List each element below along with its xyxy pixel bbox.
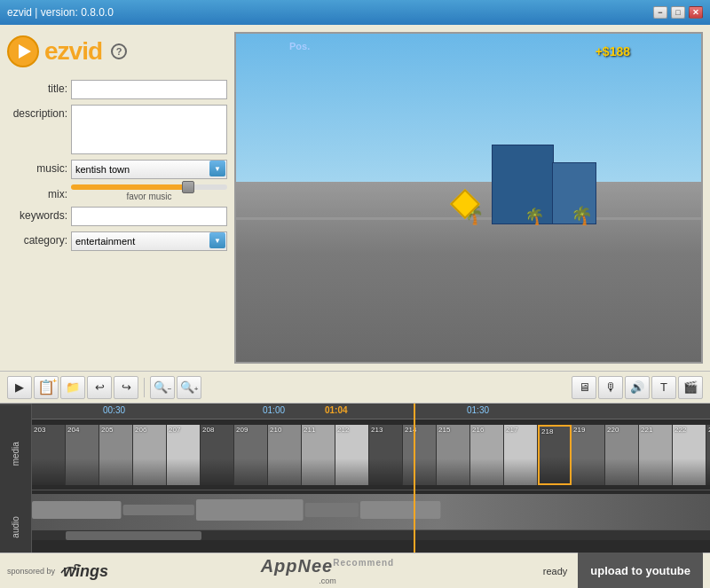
timeline-thumbnail-213[interactable]: 213 (369, 425, 403, 485)
monitor-button[interactable]: 🖥 (572, 376, 596, 399)
music-select[interactable]: kentish town (71, 160, 227, 179)
timeline-thumbnail-220[interactable]: 220 (605, 425, 639, 485)
media-track[interactable]: 2032042052062072082092102112122132142152… (32, 419, 710, 490)
description-input[interactable] (71, 105, 227, 154)
timeline-thumbnail-214[interactable]: 214 (403, 425, 437, 485)
timeline-thumbnail-205[interactable]: 205 (99, 425, 133, 485)
zoom-out-button[interactable]: 🔍− (150, 376, 175, 399)
status-bar: sponsored by wings AppNeeRecommend .com … (0, 553, 710, 588)
play-button[interactable]: ▶ (7, 376, 32, 399)
thumb-num-220: 220 (607, 426, 619, 434)
thumb-num-210: 210 (270, 426, 281, 434)
timeline-scrollbar[interactable] (32, 529, 710, 540)
svg-rect-0 (32, 501, 122, 519)
title-bar: ezvid | version: 0.8.0.0 − □ ✕ (0, 0, 710, 25)
timeline-thumbnail-207[interactable]: 207 (167, 425, 201, 485)
timeline-thumbnail-215[interactable]: 215 (437, 425, 470, 485)
minimize-button[interactable]: − (653, 6, 667, 19)
thumb-num-212: 212 (337, 426, 349, 434)
sponsor-logo: wings (59, 559, 112, 584)
timeline-thumbnail-203[interactable]: 203 (32, 425, 66, 485)
sponsor-area: sponsored by wings (7, 559, 112, 584)
title-row: title: (7, 80, 227, 99)
thumb-num-221: 221 (641, 426, 652, 434)
help-icon[interactable]: ? (111, 43, 127, 59)
time-marker-0104: 01:04 (325, 405, 348, 415)
logo-area: ezvid ? (7, 32, 227, 71)
film-button[interactable]: 🎬 (678, 376, 703, 399)
music-select-wrapper: kentish town (71, 160, 227, 179)
timeline-thumbnail-222[interactable]: 222 (673, 425, 706, 485)
add-clip-button[interactable]: + 📋 (34, 376, 59, 399)
timeline-thumbnail-211[interactable]: 211 (302, 425, 335, 485)
close-button[interactable]: ✕ (689, 6, 703, 19)
mic-button[interactable]: 🎙 (598, 376, 623, 399)
time-marker-0130: 01:30 (467, 405, 489, 415)
redo-button[interactable]: ↪ (114, 376, 138, 399)
mix-slider-thumb[interactable] (182, 181, 194, 193)
text-button[interactable]: T (651, 376, 676, 399)
mix-slider[interactable] (71, 184, 227, 190)
audio-icon: 🔊 (630, 380, 644, 394)
thumb-num-207: 207 (169, 426, 180, 434)
thumb-num-213: 213 (371, 426, 383, 434)
timeline-thumbnail-208[interactable]: 208 (201, 425, 234, 485)
upload-to-youtube-button[interactable]: upload to youtube (578, 552, 703, 589)
svg-text:wings: wings (63, 562, 108, 580)
time-marker-0030: 00:30 (103, 405, 125, 415)
svg-rect-1 (123, 505, 194, 515)
pos-text: Pos. (289, 41, 310, 51)
appnee-sub: Recommend (333, 558, 394, 568)
timeline-thumbnail-216[interactable]: 216 (470, 425, 504, 485)
thumb-num-204: 204 (67, 426, 79, 434)
open-button[interactable]: 📁 (60, 376, 85, 399)
audio-track-label: audio (0, 503, 31, 553)
audio-button[interactable]: 🔊 (625, 376, 650, 399)
film-icon: 🎬 (683, 380, 698, 394)
timeline-thumbnail-210[interactable]: 210 (268, 425, 302, 485)
score-overlay: +$188 (596, 44, 630, 59)
status-right: ready upload to youtube (543, 552, 703, 589)
scroll-thumb[interactable] (66, 531, 201, 540)
sponsor-text: sponsored by (7, 567, 55, 576)
timeline-thumbnail-209[interactable]: 209 (234, 425, 268, 485)
undo-button[interactable]: ↩ (87, 376, 112, 399)
mix-row: mix: favor music (7, 184, 227, 201)
title-bar-text: ezvid | version: 0.8.0.0 (7, 6, 114, 19)
mix-sublabel: favor music (126, 192, 171, 201)
appnee-main-text: AppNeeRecommend (112, 556, 543, 576)
timeline-thumbnail-206[interactable]: 206 (133, 425, 167, 485)
svg-rect-4 (360, 501, 440, 519)
audio-track[interactable] (32, 490, 710, 529)
audio-waveform (32, 494, 710, 533)
thumb-num-211: 211 (304, 426, 315, 434)
preview-area: 🌴 🌴 🌴 +$188 Pos. (234, 32, 703, 364)
redo-icon: ↪ (122, 380, 131, 394)
thumb-overlay-205 (99, 459, 132, 485)
category-select[interactable]: entertainment (71, 231, 227, 251)
timeline-thumbnail-221[interactable]: 221 (639, 425, 673, 485)
text-icon: T (660, 380, 667, 394)
zoom-in-button[interactable]: 🔍+ (177, 376, 201, 399)
thumb-overlay-213 (369, 459, 402, 485)
keywords-input[interactable] (71, 207, 227, 226)
timeline-thumbnail-223[interactable]: 223 (706, 425, 710, 485)
logo-vid: vid (69, 37, 102, 65)
timeline-thumbnail-218[interactable]: 218 (538, 425, 572, 485)
thumb-overlay-219 (572, 459, 604, 485)
timeline-thumbnail-204[interactable]: 204 (66, 425, 99, 485)
appnee-url: .com (112, 576, 543, 585)
timeline-thumbnail-217[interactable]: 217 (504, 425, 538, 485)
timeline-thumbnail-219[interactable]: 219 (572, 425, 605, 485)
timeline-thumbnail-212[interactable]: 212 (335, 425, 369, 485)
mix-slider-container: favor music (71, 184, 227, 201)
preview-image: 🌴 🌴 🌴 +$188 Pos. (236, 34, 701, 362)
timeline-tracks[interactable]: 00:30 01:00 01:04 01:30 2032042052062072… (32, 404, 710, 553)
svg-rect-3 (305, 503, 359, 517)
thumb-overlay-221 (639, 459, 672, 485)
maximize-button[interactable]: □ (671, 6, 685, 19)
monitor-icon: 🖥 (579, 380, 590, 394)
logo-text: ezvid (44, 37, 102, 66)
title-input[interactable] (71, 80, 227, 99)
folder-icon: 📁 (66, 380, 80, 394)
